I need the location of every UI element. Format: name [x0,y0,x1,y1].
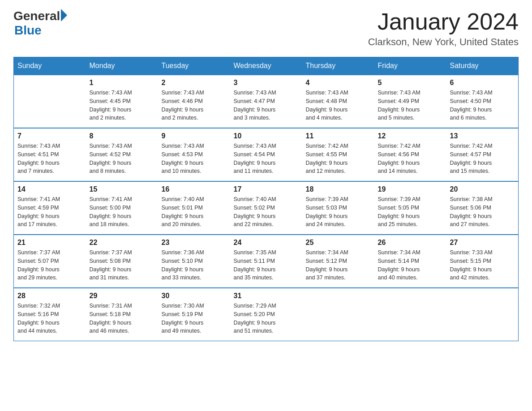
day-number: 31 [234,292,299,300]
day-number: 12 [378,132,443,140]
day-of-week-header: Friday [374,57,446,75]
calendar-cell: 14Sunrise: 7:41 AMSunset: 4:59 PMDayligh… [14,181,86,235]
day-number: 9 [162,132,227,140]
calendar-header-row: SundayMondayTuesdayWednesdayThursdayFrid… [14,57,519,75]
day-number: 27 [450,239,515,247]
calendar-cell: 31Sunrise: 7:29 AMSunset: 5:20 PMDayligh… [230,288,302,341]
day-details: Sunrise: 7:43 AMSunset: 4:53 PMDaylight:… [162,142,227,176]
calendar-cell [446,288,519,341]
day-details: Sunrise: 7:43 AMSunset: 4:49 PMDaylight:… [378,89,443,122]
day-details: Sunrise: 7:42 AMSunset: 4:55 PMDaylight:… [306,142,371,176]
day-number: 6 [450,79,515,87]
calendar-week-row: 7Sunrise: 7:43 AMSunset: 4:51 PMDaylight… [14,128,519,181]
calendar-cell: 11Sunrise: 7:42 AMSunset: 4:55 PMDayligh… [302,128,374,181]
calendar-cell: 25Sunrise: 7:34 AMSunset: 5:12 PMDayligh… [302,235,374,288]
calendar-cell: 23Sunrise: 7:36 AMSunset: 5:10 PMDayligh… [158,235,230,288]
day-number: 13 [450,132,515,140]
day-number: 23 [162,239,227,247]
calendar-cell: 16Sunrise: 7:40 AMSunset: 5:01 PMDayligh… [158,181,230,235]
day-number: 29 [90,292,154,300]
day-number: 10 [234,132,299,140]
day-number: 20 [450,185,515,193]
day-number: 14 [17,185,82,193]
day-number: 17 [234,185,299,193]
day-details: Sunrise: 7:42 AMSunset: 4:57 PMDaylight:… [450,142,515,176]
calendar-cell: 26Sunrise: 7:34 AMSunset: 5:14 PMDayligh… [374,235,446,288]
calendar-cell: 24Sunrise: 7:35 AMSunset: 5:11 PMDayligh… [230,235,302,288]
calendar-cell: 9Sunrise: 7:43 AMSunset: 4:53 PMDaylight… [158,128,230,181]
day-details: Sunrise: 7:39 AMSunset: 5:05 PMDaylight:… [378,195,443,229]
day-details: Sunrise: 7:37 AMSunset: 5:08 PMDaylight:… [90,248,154,282]
day-of-week-header: Saturday [446,57,519,75]
day-details: Sunrise: 7:29 AMSunset: 5:20 PMDaylight:… [234,302,299,335]
calendar-cell [374,288,446,341]
logo-blue: Blue [14,23,67,38]
title-section: January 2024 Clarkson, New York, United … [368,9,519,48]
calendar-cell: 22Sunrise: 7:37 AMSunset: 5:08 PMDayligh… [86,235,158,288]
day-details: Sunrise: 7:43 AMSunset: 4:54 PMDaylight:… [234,142,299,176]
month-year-title: January 2024 [368,9,519,34]
day-details: Sunrise: 7:43 AMSunset: 4:45 PMDaylight:… [90,89,154,122]
day-number: 26 [378,239,443,247]
day-number: 1 [90,79,154,87]
day-details: Sunrise: 7:38 AMSunset: 5:06 PMDaylight:… [450,195,515,229]
calendar-cell: 30Sunrise: 7:30 AMSunset: 5:19 PMDayligh… [158,288,230,341]
day-number: 2 [162,79,227,87]
day-number: 22 [90,239,154,247]
day-number: 8 [90,132,154,140]
calendar-cell: 28Sunrise: 7:32 AMSunset: 5:16 PMDayligh… [14,288,86,341]
calendar-cell: 7Sunrise: 7:43 AMSunset: 4:51 PMDaylight… [14,128,86,181]
day-details: Sunrise: 7:30 AMSunset: 5:19 PMDaylight:… [162,302,227,335]
day-details: Sunrise: 7:43 AMSunset: 4:47 PMDaylight:… [234,89,299,122]
calendar-cell: 21Sunrise: 7:37 AMSunset: 5:07 PMDayligh… [14,235,86,288]
calendar-week-row: 28Sunrise: 7:32 AMSunset: 5:16 PMDayligh… [14,288,519,341]
day-details: Sunrise: 7:34 AMSunset: 5:12 PMDaylight:… [306,248,371,282]
calendar-week-row: 21Sunrise: 7:37 AMSunset: 5:07 PMDayligh… [14,235,519,288]
day-details: Sunrise: 7:31 AMSunset: 5:18 PMDaylight:… [90,302,154,335]
day-number: 5 [378,79,443,87]
day-details: Sunrise: 7:37 AMSunset: 5:07 PMDaylight:… [17,248,82,282]
calendar-cell: 27Sunrise: 7:33 AMSunset: 5:15 PMDayligh… [446,235,519,288]
day-details: Sunrise: 7:36 AMSunset: 5:10 PMDaylight:… [162,248,227,282]
day-number: 21 [17,239,82,247]
day-number: 30 [162,292,227,300]
day-details: Sunrise: 7:43 AMSunset: 4:48 PMDaylight:… [306,89,371,122]
logo-arrow-icon [61,9,67,21]
day-details: Sunrise: 7:41 AMSunset: 5:00 PMDaylight:… [90,195,154,229]
page-header: General Blue January 2024 Clarkson, New … [13,9,519,48]
day-of-week-header: Thursday [302,57,374,75]
day-details: Sunrise: 7:32 AMSunset: 5:16 PMDaylight:… [17,302,82,335]
day-number: 25 [306,239,371,247]
calendar-cell: 8Sunrise: 7:43 AMSunset: 4:52 PMDaylight… [86,128,158,181]
day-number: 7 [17,132,82,140]
day-number: 15 [90,185,154,193]
day-details: Sunrise: 7:42 AMSunset: 4:56 PMDaylight:… [378,142,443,176]
calendar-cell: 18Sunrise: 7:39 AMSunset: 5:03 PMDayligh… [302,181,374,235]
day-number: 19 [378,185,443,193]
day-details: Sunrise: 7:39 AMSunset: 5:03 PMDaylight:… [306,195,371,229]
day-details: Sunrise: 7:43 AMSunset: 4:52 PMDaylight:… [90,142,154,176]
day-number: 18 [306,185,371,193]
calendar-cell: 3Sunrise: 7:43 AMSunset: 4:47 PMDaylight… [230,75,302,128]
calendar-cell: 19Sunrise: 7:39 AMSunset: 5:05 PMDayligh… [374,181,446,235]
day-number: 24 [234,239,299,247]
day-details: Sunrise: 7:34 AMSunset: 5:14 PMDaylight:… [378,248,443,282]
calendar-cell: 17Sunrise: 7:40 AMSunset: 5:02 PMDayligh… [230,181,302,235]
calendar-cell: 29Sunrise: 7:31 AMSunset: 5:18 PMDayligh… [86,288,158,341]
day-of-week-header: Tuesday [158,57,230,75]
calendar-cell [14,75,86,128]
day-details: Sunrise: 7:40 AMSunset: 5:02 PMDaylight:… [234,195,299,229]
calendar-week-row: 14Sunrise: 7:41 AMSunset: 4:59 PMDayligh… [14,181,519,235]
calendar-cell: 10Sunrise: 7:43 AMSunset: 4:54 PMDayligh… [230,128,302,181]
calendar-cell: 2Sunrise: 7:43 AMSunset: 4:46 PMDaylight… [158,75,230,128]
day-details: Sunrise: 7:43 AMSunset: 4:46 PMDaylight:… [162,89,227,122]
day-details: Sunrise: 7:40 AMSunset: 5:01 PMDaylight:… [162,195,227,229]
day-number: 28 [17,292,82,300]
day-details: Sunrise: 7:43 AMSunset: 4:51 PMDaylight:… [17,142,82,176]
calendar-cell: 20Sunrise: 7:38 AMSunset: 5:06 PMDayligh… [446,181,519,235]
day-number: 3 [234,79,299,87]
day-of-week-header: Wednesday [230,57,302,75]
day-details: Sunrise: 7:33 AMSunset: 5:15 PMDaylight:… [450,248,515,282]
logo-general: General [13,9,60,23]
calendar-cell: 12Sunrise: 7:42 AMSunset: 4:56 PMDayligh… [374,128,446,181]
